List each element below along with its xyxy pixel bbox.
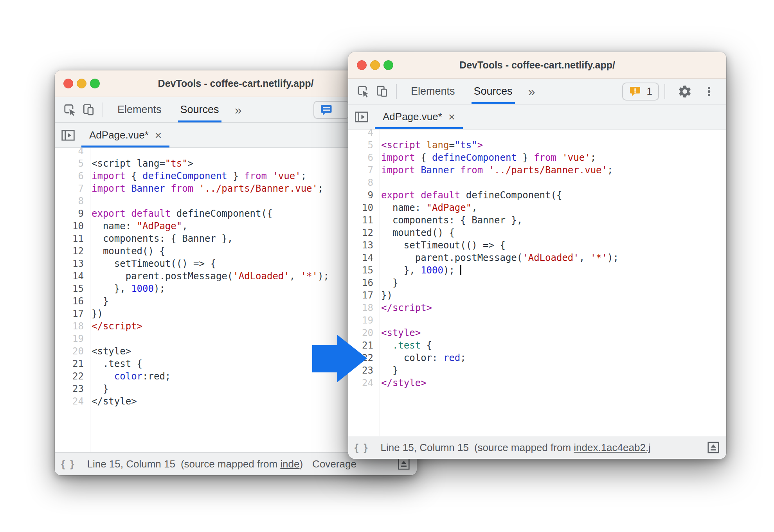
close-tab-icon[interactable]: ×: [155, 129, 162, 141]
line-number[interactable]: 22: [55, 370, 84, 383]
code-line-text[interactable]: }): [84, 307, 103, 320]
issues-button[interactable]: 1: [622, 83, 659, 101]
sidebar-toggle-button[interactable]: [59, 125, 77, 146]
show-drawer-button[interactable]: [707, 441, 720, 454]
line-number[interactable]: 4: [55, 148, 84, 157]
line-number[interactable]: 8: [55, 195, 84, 207]
panel-tab-sources[interactable]: Sources: [178, 97, 221, 122]
line-number[interactable]: 24: [348, 377, 373, 389]
code-line-text[interactable]: }: [373, 277, 398, 289]
file-tab[interactable]: AdPage.vue* ×: [375, 104, 463, 129]
line-number[interactable]: 13: [55, 257, 84, 270]
code-line-text[interactable]: export default defineComponent({: [373, 189, 562, 201]
line-number[interactable]: 4: [348, 129, 373, 139]
code-line-text[interactable]: .test {: [84, 358, 142, 370]
code-line-text[interactable]: import { defineComponent } from 'vue';: [373, 151, 596, 164]
line-number[interactable]: 12: [348, 226, 373, 239]
code-line-text[interactable]: components: { Banner },: [84, 232, 233, 245]
line-number[interactable]: 24: [55, 395, 84, 408]
console-messages-button[interactable]: [313, 101, 349, 119]
line-number[interactable]: 16: [55, 295, 84, 307]
code-line-text[interactable]: color:red;: [84, 370, 171, 383]
code-line-text[interactable]: <script lang="ts">: [373, 139, 483, 151]
line-number[interactable]: 20: [348, 327, 373, 339]
pretty-print-icon[interactable]: { }: [355, 442, 369, 454]
line-number[interactable]: 20: [55, 345, 84, 358]
code-line-text[interactable]: }, 1000);: [84, 282, 165, 295]
line-number[interactable]: 9: [348, 189, 373, 201]
maximize-window-button[interactable]: [383, 60, 393, 70]
line-number[interactable]: 5: [348, 139, 373, 151]
line-number[interactable]: 7: [55, 182, 84, 195]
maximize-window-button[interactable]: [90, 79, 100, 88]
line-number[interactable]: 11: [348, 214, 373, 226]
sidebar-toggle-button[interactable]: [352, 107, 371, 127]
line-number[interactable]: 17: [348, 289, 373, 302]
code-line-text[interactable]: <script lang="ts">: [84, 157, 193, 170]
code-line-text[interactable]: </script>: [84, 320, 142, 332]
line-number[interactable]: 22: [348, 352, 373, 364]
line-number[interactable]: 23: [55, 383, 84, 395]
panel-tab-sources[interactable]: Sources: [472, 79, 515, 104]
show-drawer-button[interactable]: [397, 457, 410, 471]
code-line-text[interactable]: [84, 195, 92, 207]
line-number[interactable]: 21: [55, 358, 84, 370]
code-line-text[interactable]: }): [373, 289, 392, 302]
code-line-text[interactable]: }, 1000);: [373, 264, 461, 277]
line-number[interactable]: 15: [348, 264, 373, 277]
minimize-window-button[interactable]: [77, 79, 86, 88]
line-number[interactable]: 19: [348, 314, 373, 327]
code-line-text[interactable]: mounted() {: [373, 226, 455, 239]
code-line-text[interactable]: </script>: [373, 302, 432, 314]
code-editor[interactable]: 45<script lang="ts">6import { defineComp…: [348, 129, 726, 436]
line-number[interactable]: 23: [348, 364, 373, 377]
code-line-text[interactable]: [373, 176, 381, 189]
code-line-text[interactable]: color: red;: [373, 352, 466, 364]
line-number[interactable]: 18: [348, 302, 373, 314]
code-line-text[interactable]: parent.postMessage('AdLoaded', '*');: [373, 252, 619, 264]
code-line-text[interactable]: mounted() {: [84, 245, 165, 257]
inspect-element-button[interactable]: [60, 100, 79, 120]
line-number[interactable]: 13: [348, 239, 373, 252]
line-number[interactable]: 10: [55, 220, 84, 232]
line-number[interactable]: 14: [348, 252, 373, 264]
code-line-text[interactable]: }: [84, 295, 108, 307]
code-line-text[interactable]: [84, 332, 92, 345]
code-line-text[interactable]: [373, 129, 381, 139]
line-number[interactable]: 9: [55, 207, 84, 220]
line-number[interactable]: 14: [55, 270, 84, 282]
code-line-text[interactable]: import Banner from '../parts/Banner.vue'…: [373, 164, 613, 176]
pretty-print-icon[interactable]: { }: [61, 458, 75, 470]
code-line-text[interactable]: setTimeout(() => {: [84, 257, 216, 270]
file-tab[interactable]: AdPage.vue* ×: [81, 123, 169, 147]
more-panels-icon[interactable]: »: [235, 104, 242, 116]
code-line-text[interactable]: [84, 148, 92, 157]
code-line-text[interactable]: </style>: [373, 377, 427, 389]
line-number[interactable]: 6: [348, 151, 373, 164]
line-number[interactable]: 11: [55, 232, 84, 245]
line-number[interactable]: 10: [348, 201, 373, 214]
line-number[interactable]: 7: [348, 164, 373, 176]
line-number[interactable]: 8: [348, 176, 373, 189]
source-mapped-link[interactable]: index.1ac4eab2.j: [574, 442, 651, 453]
source-mapped-link[interactable]: inde: [280, 458, 299, 470]
line-number[interactable]: 16: [348, 277, 373, 289]
code-line-text[interactable]: <style>: [373, 327, 421, 339]
line-number[interactable]: 12: [55, 245, 84, 257]
minimize-window-button[interactable]: [370, 60, 380, 70]
device-toolbar-button[interactable]: [79, 100, 98, 120]
inspect-element-button[interactable]: [354, 81, 373, 102]
code-line-text[interactable]: import { defineComponent } from 'vue';: [84, 170, 306, 182]
close-window-button[interactable]: [63, 79, 73, 88]
line-number[interactable]: 19: [55, 332, 84, 345]
code-line-text[interactable]: export default defineComponent({: [84, 207, 272, 220]
line-number[interactable]: 21: [348, 339, 373, 352]
line-number[interactable]: 18: [55, 320, 84, 332]
device-toolbar-button[interactable]: [373, 81, 391, 102]
panel-tab-elements[interactable]: Elements: [115, 97, 164, 122]
code-line-text[interactable]: name: "AdPage",: [373, 201, 477, 214]
code-line-text[interactable]: }: [84, 383, 108, 395]
settings-button[interactable]: [675, 81, 694, 102]
code-line-text[interactable]: import Banner from '../parts/Banner.vue'…: [84, 182, 323, 195]
code-line-text[interactable]: </style>: [84, 395, 137, 408]
